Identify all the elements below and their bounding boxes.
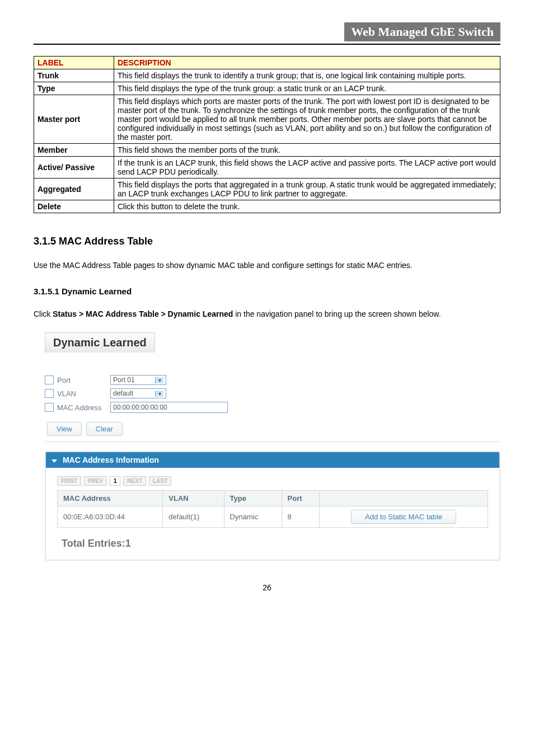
subsection-intro: Click Status > MAC Address Table > Dynam… [34,307,500,321]
desc-cell: This field displays the type of the trun… [114,82,500,95]
col-port: Port [282,491,320,506]
cell-port: 8 [282,506,320,528]
mac-info-header[interactable]: MAC Address Information [46,452,499,468]
section-intro: Use the MAC Address Table pages to show … [34,259,500,273]
header-rule [34,44,500,45]
desc-cell: This field displays the ports that aggre… [114,179,500,200]
table-row: Delete Click this button to delete the t… [34,200,500,213]
text: Click [34,309,53,318]
pager-next[interactable]: NEXT [123,476,146,486]
filter-vlan-row: VLAN default ▾ [45,388,500,398]
port-checkbox[interactable] [45,375,54,384]
col-vlan: VLAN [163,491,224,506]
section-title: 3.1.5 MAC Address Table [34,236,500,247]
desc-table-header-label: LABEL [34,57,114,69]
mac-input-value: 00:00:00:00:00:00 [113,403,167,411]
col-type: Type [224,491,282,506]
port-label: Port [57,376,110,384]
table-row: Aggregated This field displays the ports… [34,179,500,200]
table-row: Type This field displays the type of the… [34,82,500,95]
divider [45,442,500,442]
pager: FIRST PREV 1 NEXT LAST [57,476,499,486]
desc-cell: This field displays the trunk to identif… [114,69,500,82]
desc-cell: This field shows the member ports of the… [114,144,500,157]
desc-cell: Click this button to delete the trunk. [114,200,500,213]
mac-table-row: 00:0E:A6:03:0D:44 default(1) Dynamic 8 A… [58,506,488,528]
caret-down-icon [51,459,57,463]
mac-info-header-label: MAC Address Information [63,456,159,464]
subsection-title: 3.1.5.1 Dynamic Learned [34,287,500,296]
dynamic-learned-screenshot: Dynamic Learned Port Port 01 ▾ VLAN defa… [34,332,500,561]
label-cell: Delete [34,200,114,213]
label-cell: Master port [34,95,114,144]
port-select[interactable]: Port 01 ▾ [110,375,166,385]
vlan-select-value: default [113,389,133,397]
mac-input[interactable]: 00:00:00:00:00:00 [110,402,228,413]
view-button[interactable]: View [47,422,82,436]
vlan-label: VLAN [57,389,110,398]
label-cell: Member [34,144,114,157]
cell-type: Dynamic [224,506,282,528]
label-cell: Trunk [34,69,114,82]
description-table: LABEL DESCRIPTION Trunk This field displ… [34,56,500,213]
label-cell: Active/ Passive [34,157,114,179]
chevron-down-icon: ▾ [155,377,163,383]
cell-vlan: default(1) [163,506,224,528]
label-cell: Aggregated [34,179,114,200]
add-to-static-button[interactable]: Add to Static MAC table [351,510,456,524]
text: in the navigation panel to bring up the … [233,309,441,318]
cell-action: Add to Static MAC table [320,506,488,528]
mac-table: MAC Address VLAN Type Port 00:0E:A6:03:0… [57,490,488,528]
mac-checkbox[interactable] [45,403,54,412]
mac-label: MAC Address [57,403,110,412]
page-number: 26 [34,583,500,592]
table-row: Active/ Passive If the trunk is an LACP … [34,157,500,179]
pager-prev[interactable]: PREV [84,476,107,486]
vlan-checkbox[interactable] [45,389,54,398]
clear-button[interactable]: Clear [86,422,123,436]
port-select-value: Port 01 [113,376,135,384]
label-cell: Type [34,82,114,95]
table-row: Member This field shows the member ports… [34,144,500,157]
cell-mac: 00:0E:A6:03:0D:44 [58,506,163,528]
mac-info-panel: MAC Address Information FIRST PREV 1 NEX… [45,451,500,561]
header-title: Web Managed GbE Switch [344,22,500,41]
col-mac: MAC Address [58,491,163,506]
nav-path: Status > MAC Address Table > Dynamic Lea… [53,309,233,318]
table-row: Trunk This field displays the trunk to i… [34,69,500,82]
pager-last[interactable]: LAST [149,476,171,486]
col-action [320,491,488,506]
filter-mac-row: MAC Address 00:00:00:00:00:00 [45,402,500,413]
panel-title: Dynamic Learned [45,332,155,353]
button-row: View Clear [45,422,500,436]
table-row: Master port This field displays which po… [34,95,500,144]
vlan-select[interactable]: default ▾ [110,388,166,398]
pager-current[interactable]: 1 [110,476,121,486]
desc-table-header-desc: DESCRIPTION [114,57,500,69]
chevron-down-icon: ▾ [155,391,163,397]
desc-cell: If the trunk is an LACP trunk, this fiel… [114,157,500,179]
pager-first[interactable]: FIRST [57,476,81,486]
desc-cell: This field displays which ports are mast… [114,95,500,144]
filter-port-row: Port Port 01 ▾ [45,375,500,385]
total-entries: Total Entries:1 [62,538,499,550]
